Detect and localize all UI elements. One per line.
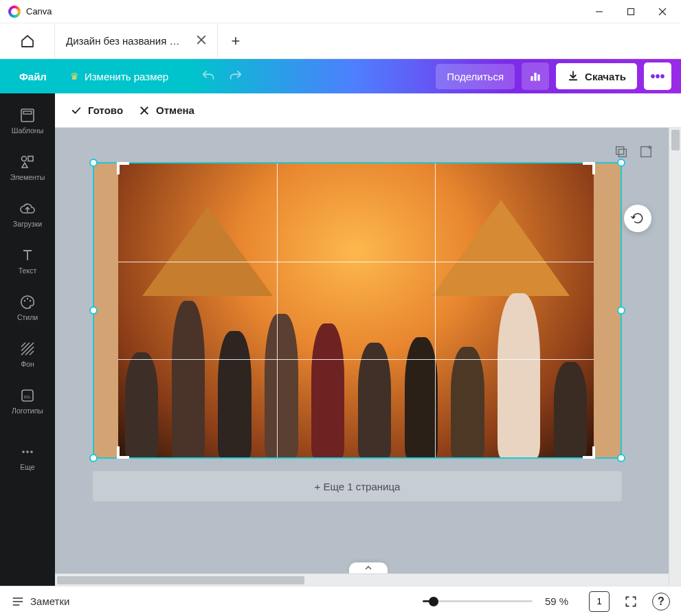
crop-action-bar: Готово Отмена bbox=[55, 93, 681, 128]
sidebar-item-styles[interactable]: Стили bbox=[0, 284, 55, 331]
svg-rect-1 bbox=[628, 8, 634, 14]
selection-handle[interactable] bbox=[617, 306, 625, 315]
duplicate-page-button[interactable] bbox=[614, 144, 629, 159]
crop-handle[interactable] bbox=[117, 162, 129, 174]
svg-rect-23 bbox=[616, 147, 624, 155]
cloud-upload-icon bbox=[19, 201, 36, 217]
svg-point-18 bbox=[22, 450, 25, 453]
close-icon bbox=[138, 104, 150, 117]
svg-point-20 bbox=[30, 450, 33, 453]
ellipsis-icon bbox=[19, 444, 36, 460]
rotate-icon bbox=[631, 212, 645, 225]
sidebar-item-background[interactable]: Фон bbox=[0, 331, 55, 378]
svg-point-19 bbox=[26, 450, 29, 453]
window-close-button[interactable] bbox=[647, 0, 678, 23]
resize-button[interactable]: ♛ Изменить размер bbox=[60, 65, 178, 88]
sidebar-item-uploads[interactable]: Загрузки bbox=[0, 191, 55, 238]
svg-rect-12 bbox=[28, 157, 33, 161]
canva-logo-icon bbox=[8, 5, 21, 18]
selection-handle[interactable] bbox=[89, 159, 98, 167]
elements-icon bbox=[19, 154, 36, 170]
resize-label: Изменить размер bbox=[85, 71, 168, 82]
svg-rect-24 bbox=[618, 149, 626, 157]
zoom-percentage[interactable]: 59 % bbox=[545, 595, 577, 607]
image-crop-frame[interactable] bbox=[118, 163, 594, 457]
home-icon bbox=[19, 33, 36, 49]
svg-text:co.: co. bbox=[24, 393, 32, 400]
add-page-button[interactable]: + Еще 1 страница bbox=[93, 471, 622, 501]
document-tabbar: Дизайн без названия — 128 + bbox=[0, 23, 681, 59]
undo-button[interactable] bbox=[196, 64, 221, 89]
document-tab-title: Дизайн без названия — 128 bbox=[66, 35, 190, 47]
window-titlebar: Canva bbox=[0, 0, 681, 23]
crop-done-button[interactable]: Готово bbox=[70, 104, 123, 117]
check-icon bbox=[70, 104, 82, 117]
tab-close-button[interactable] bbox=[197, 35, 206, 47]
sidebar-item-logos[interactable]: co. Логотипы bbox=[0, 378, 55, 424]
ellipsis-icon: ••• bbox=[650, 69, 665, 84]
download-icon bbox=[567, 70, 579, 82]
bar-chart-icon bbox=[528, 69, 542, 83]
logos-icon: co. bbox=[19, 387, 36, 404]
document-tab[interactable]: Дизайн без названия — 128 bbox=[55, 23, 218, 59]
placed-image bbox=[118, 163, 594, 457]
fullscreen-icon bbox=[624, 595, 638, 608]
fullscreen-button[interactable] bbox=[622, 593, 640, 611]
sidebar-item-more[interactable]: Еще bbox=[0, 434, 55, 481]
crown-icon: ♛ bbox=[70, 71, 79, 82]
file-menu-button[interactable]: Файл bbox=[10, 65, 56, 88]
window-maximize-button[interactable] bbox=[615, 0, 647, 23]
crop-cancel-button[interactable]: Отмена bbox=[138, 104, 194, 117]
page-navigator[interactable]: 1 bbox=[589, 591, 610, 612]
share-button[interactable]: Поделиться bbox=[436, 64, 515, 89]
svg-rect-6 bbox=[531, 76, 533, 81]
crop-handle[interactable] bbox=[583, 446, 595, 459]
sidebar-item-text[interactable]: Текст bbox=[0, 238, 55, 284]
main-toolbar: Файл ♛ Изменить размер Поделиться Скачат… bbox=[0, 59, 681, 93]
collapse-panel-button[interactable] bbox=[349, 562, 388, 573]
app-title: Canva bbox=[26, 6, 52, 16]
selection-handle[interactable] bbox=[89, 454, 98, 462]
svg-point-14 bbox=[27, 298, 28, 299]
notes-icon bbox=[11, 595, 25, 608]
selection-handle[interactable] bbox=[617, 159, 625, 167]
selection-handle[interactable] bbox=[617, 454, 625, 462]
rotate-handle[interactable] bbox=[624, 205, 651, 232]
zoom-slider[interactable] bbox=[423, 600, 533, 602]
svg-rect-10 bbox=[23, 111, 32, 114]
crop-handle[interactable] bbox=[583, 162, 595, 174]
insights-button[interactable] bbox=[522, 62, 549, 90]
chevron-up-icon bbox=[364, 565, 372, 571]
crop-gridline bbox=[118, 359, 594, 360]
background-icon bbox=[19, 341, 36, 357]
horizontal-scrollbar[interactable] bbox=[55, 573, 669, 586]
svg-point-11 bbox=[22, 157, 27, 161]
templates-icon bbox=[19, 107, 36, 124]
sidebar-item-elements[interactable]: Элементы bbox=[0, 144, 55, 191]
svg-point-13 bbox=[24, 300, 25, 301]
help-button[interactable]: ? bbox=[652, 593, 670, 611]
svg-rect-8 bbox=[537, 75, 539, 81]
palette-icon bbox=[19, 294, 36, 310]
more-options-button[interactable]: ••• bbox=[644, 62, 671, 90]
svg-point-15 bbox=[30, 300, 31, 301]
sidebar-item-templates[interactable]: Шаблоны bbox=[0, 98, 55, 144]
crop-gridline bbox=[118, 262, 594, 262]
crop-gridline bbox=[277, 163, 278, 457]
home-tab[interactable] bbox=[0, 23, 55, 59]
vertical-scrollbar[interactable] bbox=[669, 128, 681, 586]
window-minimize-button[interactable] bbox=[583, 0, 615, 23]
redo-button[interactable] bbox=[223, 64, 248, 89]
bottom-bar: Заметки 59 % 1 ? bbox=[0, 586, 681, 616]
left-sidebar: Шаблоны Элементы Загрузки Текст Стили Фо… bbox=[0, 93, 55, 586]
download-label: Скачать bbox=[585, 71, 626, 82]
add-page-icon-button[interactable] bbox=[638, 144, 654, 159]
selection-handle[interactable] bbox=[89, 306, 98, 315]
canvas-area[interactable]: + Еще 1 страница bbox=[55, 128, 681, 586]
new-tab-button[interactable]: + bbox=[218, 23, 254, 59]
crop-handle[interactable] bbox=[117, 446, 129, 459]
notes-button[interactable]: Заметки bbox=[11, 595, 69, 608]
download-button[interactable]: Скачать bbox=[556, 63, 637, 89]
text-icon bbox=[19, 247, 36, 264]
svg-rect-7 bbox=[534, 73, 536, 81]
